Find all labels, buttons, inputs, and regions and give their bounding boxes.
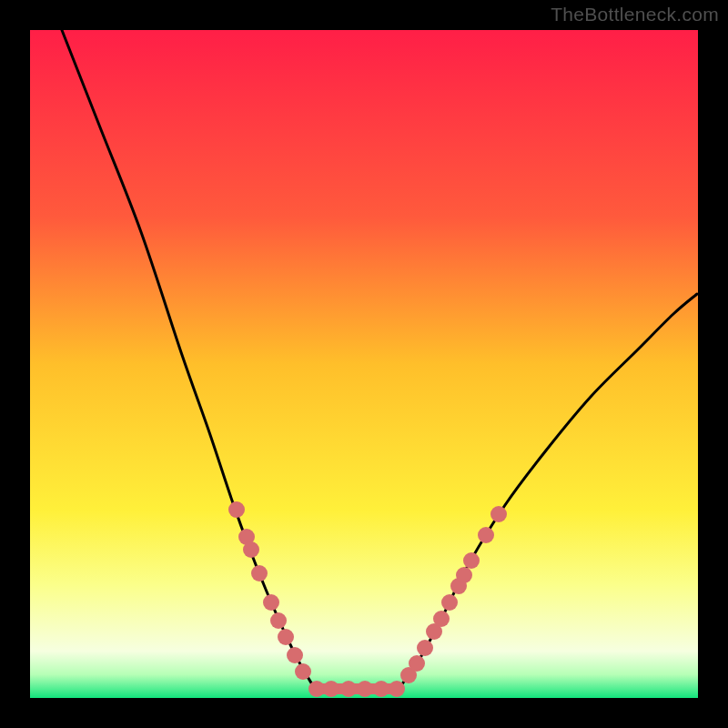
marker-dot: [389, 681, 405, 697]
marker-dot: [426, 623, 442, 640]
chart-stage: TheBottleneck.com: [0, 0, 728, 728]
marker-dot: [251, 565, 268, 581]
marker-dot: [278, 629, 294, 645]
marker-group: [228, 501, 507, 697]
marker-dot: [433, 611, 450, 627]
marker-dot: [228, 501, 245, 518]
marker-dot: [357, 681, 373, 697]
marker-dot: [270, 612, 287, 629]
curve-group: [60, 25, 697, 689]
marker-dot: [417, 640, 433, 656]
plot-background: [30, 30, 698, 698]
marker-dot: [323, 681, 339, 697]
marker-dot: [287, 647, 303, 663]
marker-dot: [238, 529, 255, 545]
marker-dot: [441, 594, 458, 611]
marker-dot: [463, 552, 480, 569]
marker-dot: [340, 681, 357, 697]
marker-dot: [478, 527, 494, 543]
marker-dot: [450, 578, 467, 594]
marker-dot: [263, 594, 279, 611]
watermark-text: TheBottleneck.com: [551, 4, 719, 25]
marker-dot: [409, 655, 425, 672]
marker-dot: [400, 667, 417, 683]
curve-right-curve: [399, 294, 697, 689]
marker-dot: [308, 681, 325, 697]
marker-dot: [373, 681, 389, 697]
curve-left-curve: [60, 25, 315, 689]
chart-svg: [0, 0, 728, 728]
marker-dot: [456, 567, 472, 583]
marker-dot: [295, 663, 311, 680]
marker-dot: [490, 506, 507, 522]
marker-dot: [243, 541, 259, 558]
